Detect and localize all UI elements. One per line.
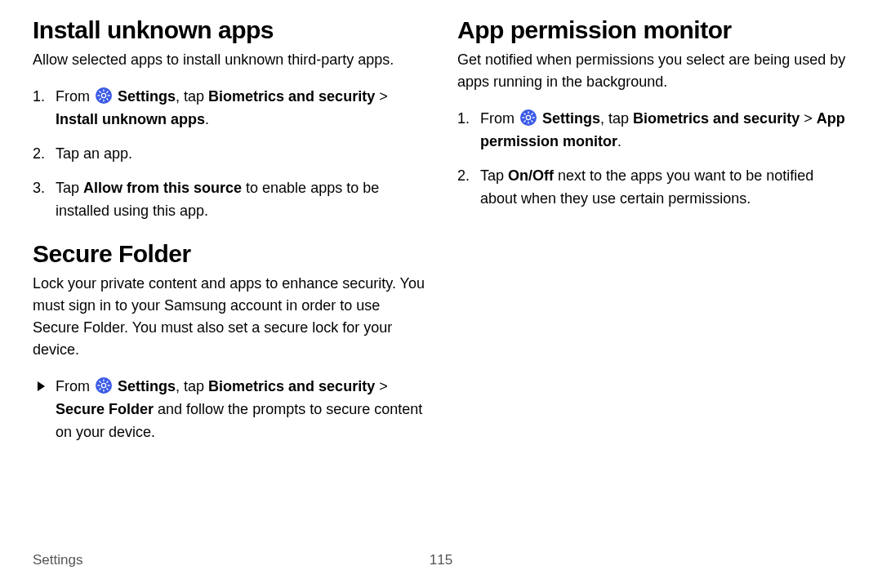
- text: From: [480, 110, 519, 127]
- page: Install unknown apps Allow selected apps…: [0, 0, 882, 588]
- settings-icon: [96, 377, 112, 394]
- footer: Settings 115: [33, 552, 849, 568]
- heading-secure-folder: Secure Folder: [33, 240, 425, 268]
- text: Tap: [480, 167, 508, 184]
- text: .: [617, 133, 621, 149]
- text: Tap an app.: [56, 145, 132, 162]
- right-column: App permission monitor Get notified when…: [457, 16, 849, 572]
- chevron: >: [375, 378, 388, 394]
- steps-install-unknown-apps: From Settings, tap Biometrics and securi…: [33, 86, 425, 222]
- left-column: Install unknown apps Allow selected apps…: [33, 16, 425, 572]
- bullet-item: From Settings, tap Biometrics and securi…: [33, 376, 425, 444]
- text-bold: Allow from this source: [83, 180, 242, 196]
- steps-app-permission-monitor: From Settings, tap Biometrics and securi…: [457, 108, 849, 211]
- text-bold: Secure Folder: [56, 401, 154, 417]
- settings-icon: [96, 87, 112, 104]
- text-bold: Settings: [118, 378, 176, 394]
- text: , tap: [176, 378, 208, 394]
- intro-install-unknown-apps: Allow selected apps to install unknown t…: [33, 49, 425, 71]
- text-bold: Install unknown apps: [56, 111, 205, 127]
- page-number: 115: [430, 552, 452, 568]
- text-bold: Settings: [118, 88, 176, 105]
- step-item: From Settings, tap Biometrics and securi…: [33, 86, 425, 131]
- footer-section: Settings: [33, 552, 82, 568]
- text: From: [56, 88, 94, 105]
- step-item: Tap Allow from this source to enable app…: [33, 177, 425, 223]
- chevron: >: [800, 110, 817, 127]
- settings-icon: [520, 109, 537, 126]
- step-item: Tap an app.: [33, 143, 425, 166]
- heading-install-unknown-apps: Install unknown apps: [33, 16, 425, 44]
- text: .: [205, 111, 209, 127]
- text: , tap: [600, 110, 633, 127]
- step-item: Tap On/Off next to the apps you want to …: [457, 165, 849, 211]
- step-item: From Settings, tap Biometrics and securi…: [457, 108, 849, 154]
- text: Tap: [56, 180, 83, 196]
- chevron: >: [375, 88, 388, 105]
- text: From: [56, 378, 94, 394]
- heading-app-permission-monitor: App permission monitor: [457, 16, 849, 44]
- text-bold: Settings: [542, 110, 600, 127]
- bullets-secure-folder: From Settings, tap Biometrics and securi…: [33, 376, 425, 444]
- intro-secure-folder: Lock your private content and apps to en…: [33, 273, 425, 361]
- text-bold: On/Off: [508, 167, 554, 184]
- text: , tap: [176, 88, 208, 105]
- text-bold: Biometrics and security: [208, 88, 375, 105]
- text-bold: Biometrics and security: [208, 378, 375, 394]
- text-bold: Biometrics and security: [633, 110, 800, 127]
- intro-app-permission-monitor: Get notified when permissions you select…: [457, 49, 849, 93]
